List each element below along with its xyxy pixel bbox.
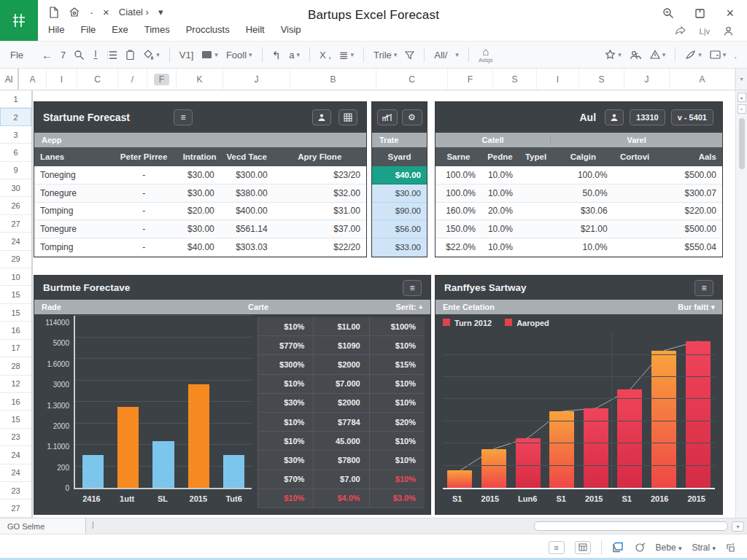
menu-item-exe[interactable]: Exe [112, 24, 128, 35]
align-list-icon[interactable] [107, 50, 117, 60]
aul-row-3[interactable]: 150.0%10.0%$21.00$500.00 [436, 220, 722, 238]
forecast-table-row-8[interactable]: $70%$7.00$10% [258, 470, 425, 489]
home-button[interactable]: ⌂ Adsjs [479, 46, 493, 63]
clipboard-icon[interactable] [125, 50, 135, 61]
alert-dropdown[interactable]: ▾ [650, 50, 666, 60]
window-split-dropdown[interactable]: ▾ [710, 50, 727, 59]
row-header-1[interactable]: 1 [0, 90, 31, 108]
row-header-28[interactable]: 28 [0, 357, 31, 375]
syard-cell[interactable]: $56.00 [372, 220, 427, 238]
row-header-15[interactable]: 15 [0, 411, 31, 428]
border-fill-dropdown[interactable]: ▾ [201, 50, 218, 59]
aul-row-1[interactable]: 100.0%10.0%50.0%$300.07 [436, 184, 722, 203]
toolbar-number-button[interactable]: 7 [61, 50, 66, 61]
paste-mode-icon[interactable] [726, 542, 735, 553]
hamburger-menu-icon[interactable]: ≡ [174, 109, 193, 125]
sheet-tab[interactable]: GO Selme [0, 518, 86, 534]
startune-row-0[interactable]: Toneging-$30.00$300.00$23/20 [34, 166, 366, 184]
pen-dropdown[interactable]: ▾ [685, 50, 702, 60]
column-header-8[interactable]: C [376, 69, 448, 90]
column-strip-end-button[interactable]: ▾ [735, 69, 747, 90]
row-header-27[interactable]: 27 [0, 215, 31, 233]
forecast-table-row-6[interactable]: $10%45.000$10% [258, 432, 425, 451]
close-window-icon[interactable]: × [726, 7, 734, 20]
column-header-7[interactable]: B [290, 69, 376, 90]
forecast-table-row-9[interactable]: $10%$4.0%$3.0% [258, 489, 425, 508]
forecast-table-row-1[interactable]: $770%$1090$10% [258, 336, 425, 355]
column-header-14[interactable]: A [670, 69, 735, 90]
aul-button-13310[interactable]: 13310 [630, 109, 665, 125]
style-dropdown[interactable]: Trile▾ [374, 50, 397, 61]
row-header-29[interactable]: 29 [0, 251, 31, 268]
zoom-out-search-icon[interactable] [662, 7, 674, 19]
aul-button-5401[interactable]: v - 5401 [671, 109, 713, 125]
aul-person-icon-button[interactable] [605, 109, 624, 125]
view-dropdown[interactable]: V1] [179, 50, 194, 61]
row-header-26[interactable]: 26 [0, 197, 31, 214]
gear-icon-button[interactable]: ⚙ [402, 109, 422, 125]
column-header-6[interactable]: J [223, 69, 290, 90]
startune-row-3[interactable]: Tonegure-$30.00$561.14$37.00 [34, 220, 366, 238]
column-header-12[interactable]: S [579, 69, 624, 90]
list-dropdown[interactable]: ≣▾ [339, 50, 354, 61]
undo-icon[interactable]: ↰ [272, 50, 282, 61]
menu-item-heilt[interactable]: Heilt [246, 24, 265, 35]
column-header-13[interactable]: J [624, 69, 670, 90]
forecast-hamburger-icon[interactable]: ≡ [403, 280, 422, 296]
row-header-6[interactable]: 6 [0, 144, 31, 161]
zoom-dropdown[interactable]: a▾ [289, 50, 300, 61]
column-header-1[interactable]: I [47, 69, 77, 90]
vertical-scrollbar[interactable]: ▴ ▪ [735, 90, 747, 518]
column-header-5[interactable]: K [177, 69, 223, 90]
forecast-table-row-2[interactable]: $300%$2000$15% [258, 355, 425, 374]
column-header-4[interactable]: F [147, 69, 177, 90]
row-header-16[interactable]: 16 [0, 322, 31, 339]
row-header-2[interactable]: 2 [0, 108, 31, 125]
back-icon[interactable]: ← [42, 50, 53, 61]
selected-cell[interactable]: $40.00 [372, 166, 427, 184]
menu-item-times[interactable]: Times [144, 24, 170, 35]
row-header-3[interactable]: 3 [0, 126, 31, 144]
forecast-table-row-0[interactable]: $10%$1L00$100% [258, 317, 425, 336]
forecast-table-row-7[interactable]: $30%$7800$10% [258, 451, 425, 470]
row-header-10[interactable]: 10 [0, 268, 31, 286]
account-icon[interactable] [723, 26, 734, 36]
scroll-box-button[interactable]: ▪ [738, 104, 746, 114]
sum-button[interactable]: X , [320, 50, 331, 61]
menu-item-procclusts[interactable]: Procclusts [186, 24, 230, 35]
syard-cell[interactable]: $30.00 [372, 184, 427, 203]
row-header-15[interactable]: 15 [0, 286, 31, 303]
menu-item-visip[interactable]: Visip [281, 24, 301, 35]
chart-line-icon-button[interactable] [377, 109, 398, 125]
row-header-30[interactable]: 30 [0, 179, 31, 197]
row-header-24[interactable]: 24 [0, 446, 31, 464]
grid-icon-button[interactable] [338, 109, 357, 125]
serit-dropdown[interactable]: Serit: + [357, 303, 423, 311]
more-dot[interactable]: . [734, 50, 737, 61]
stamp-dropdown[interactable]: ▾ [605, 50, 622, 60]
fill-color-button[interactable]: ▾ [143, 50, 160, 60]
forecast-table-row-3[interactable]: $10%$7.000$10% [258, 375, 425, 394]
row-header-9[interactable]: 9 [0, 162, 31, 179]
row-header-27[interactable]: 27 [0, 499, 31, 517]
column-header-10[interactable]: S [493, 69, 537, 90]
column-header-9[interactable]: F [448, 69, 493, 90]
row-header-12[interactable]: 12 [0, 376, 31, 393]
toolbar-file-label[interactable]: Fle [10, 50, 23, 61]
font-dropdown[interactable]: Fooll▾ [226, 50, 252, 61]
normal-view-icon[interactable]: ≡ [549, 541, 565, 554]
row-header-23[interactable]: 23 [0, 429, 31, 446]
bebe-dropdown[interactable]: Bebe ▾ [656, 542, 682, 553]
aul-row-2[interactable]: 160.0%20.0%$30.06$220.00 [436, 203, 722, 221]
search-icon[interactable] [74, 50, 85, 61]
row-header-24[interactable]: 24 [0, 464, 31, 482]
row-header-23[interactable]: 23 [0, 482, 31, 499]
filter-all-dropdown[interactable]: All/▾ [434, 50, 459, 61]
menu-item-file[interactable]: File [80, 24, 96, 35]
share-icon[interactable] [675, 26, 686, 36]
horizontal-scrollbar[interactable] [534, 521, 728, 531]
people-icon[interactable] [630, 50, 642, 60]
row-header-24[interactable]: 24 [0, 233, 31, 250]
row-header-15[interactable]: 15 [0, 304, 31, 322]
startune-row-1[interactable]: Tonegure-$30.00$380.00$32.00 [34, 184, 366, 203]
